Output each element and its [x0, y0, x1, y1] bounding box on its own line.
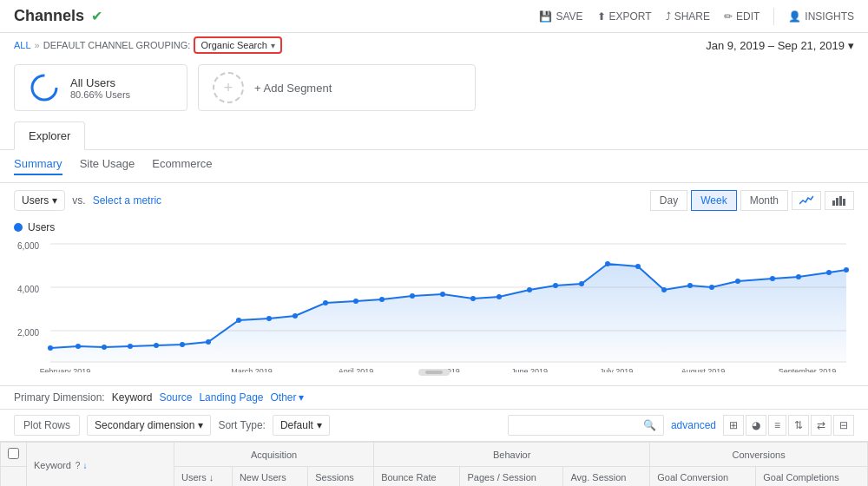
secondary-dimension-dropdown[interactable]: Secondary dimension ▾ [87, 415, 211, 436]
header-divider [773, 8, 774, 25]
svg-text:June 2019: June 2019 [511, 367, 548, 372]
primary-dim-label: Primary Dimension: [14, 391, 105, 404]
breadcrumb-group-label: DEFAULT CHANNEL GROUPING: [43, 40, 191, 50]
svg-rect-2 [836, 198, 838, 206]
table-view-pie[interactable]: ◕ [746, 415, 766, 436]
tab-bar: Explorer [14, 122, 854, 149]
primary-dim-source[interactable]: Source [159, 391, 192, 404]
edit-button[interactable]: ✏ EDIT [724, 10, 760, 23]
svg-text:April 2019: April 2019 [339, 367, 374, 372]
segment-info: All Users 80.66% Users [70, 76, 130, 100]
th-keyword: Keyword ? ↓ [27, 443, 174, 487]
svg-point-24 [353, 299, 358, 304]
sort-dropdown[interactable]: Default ▾ [273, 415, 330, 436]
th-new-users[interactable]: New Users [232, 467, 307, 487]
th-goal-conversion[interactable]: Goal Conversion [650, 467, 756, 487]
th-goal-completions[interactable]: Goal Completions [756, 467, 868, 487]
subtab-summary[interactable]: Summary [14, 157, 62, 175]
table-controls: Plot Rows Secondary dimension ▾ Sort Typ… [0, 409, 868, 442]
share-label: SHARE [674, 10, 710, 23]
plot-rows-button[interactable]: Plot Rows [14, 415, 80, 436]
search-input[interactable] [516, 419, 640, 431]
tabs-container: Explorer [0, 122, 868, 150]
sort-type-label: Sort Type: [218, 419, 265, 431]
table-view-lifetime[interactable]: ⊟ [833, 415, 854, 436]
th-pages-session[interactable]: Pages / Session [460, 467, 563, 487]
svg-point-37 [709, 285, 714, 290]
svg-point-23 [323, 300, 328, 305]
insights-button[interactable]: 👤 INSIGHTS [788, 10, 854, 23]
svg-text:4,000: 4,000 [17, 285, 39, 294]
search-icon: 🔍 [643, 419, 656, 431]
bar-chart-icon [832, 195, 846, 206]
channel-filter-dropdown[interactable]: Organic Search ▾ [194, 36, 281, 54]
save-icon: 💾 [539, 10, 552, 23]
verified-icon: ✔ [91, 8, 102, 24]
save-label: SAVE [556, 10, 582, 23]
primary-dim-keyword[interactable]: Keyword [112, 391, 153, 404]
time-btn-month[interactable]: Month [740, 190, 788, 211]
svg-point-36 [687, 283, 693, 288]
svg-point-30 [527, 287, 532, 292]
th-checkbox [1, 443, 27, 467]
breadcrumb-all[interactable]: ALL [14, 40, 31, 50]
time-btn-week[interactable]: Week [691, 190, 736, 211]
segment-label: All Users [70, 76, 130, 89]
page-title: Channels [14, 7, 84, 25]
add-icon: + [213, 72, 244, 103]
metric-dropdown[interactable]: Users ▾ [14, 190, 65, 211]
add-segment-label: + Add Segment [254, 82, 332, 95]
subtab-ecommerce[interactable]: Ecommerce [152, 157, 212, 175]
svg-point-16 [128, 344, 133, 349]
th-sessions[interactable]: Sessions [308, 467, 374, 487]
svg-point-13 [48, 345, 53, 351]
advanced-link[interactable]: advanced [671, 419, 716, 431]
time-btn-day[interactable]: Day [650, 190, 687, 211]
select-all-checkbox[interactable] [8, 448, 19, 459]
segments-row: All Users 80.66% Users + + Add Segment [0, 57, 868, 118]
bar-chart-btn[interactable] [825, 191, 854, 210]
table-view-comparison[interactable]: ⇅ [788, 415, 809, 436]
primary-dim-landing-page[interactable]: Landing Page [199, 391, 263, 404]
table-view-grid[interactable]: ⊞ [723, 415, 744, 436]
primary-dim-other[interactable]: Other ▾ [271, 391, 304, 404]
export-label: EXPORT [609, 10, 652, 23]
svg-text:February 2019: February 2019 [40, 367, 91, 372]
svg-point-33 [605, 261, 610, 266]
svg-point-26 [410, 293, 415, 299]
subtab-site-usage[interactable]: Site Usage [80, 157, 135, 175]
th-users[interactable]: Users ↓ [174, 467, 233, 487]
line-chart-btn[interactable] [792, 191, 821, 210]
line-chart: 6,000 4,000 2,000 [17, 233, 851, 372]
chevron-down-icon: ▾ [52, 194, 57, 207]
chevron-down-icon: ▾ [317, 419, 322, 431]
svg-point-18 [180, 342, 185, 347]
svg-point-34 [635, 264, 641, 269]
tab-explorer[interactable]: Explorer [14, 122, 85, 150]
add-segment-button[interactable]: + + Add Segment [198, 64, 476, 111]
svg-text:6,000: 6,000 [17, 241, 39, 251]
edit-label: EDIT [736, 10, 760, 23]
svg-point-22 [293, 313, 298, 319]
svg-text:July 2019: July 2019 [600, 367, 634, 372]
th-avg-session[interactable]: Avg. Session [563, 467, 650, 487]
primary-dimension-row: Primary Dimension: Keyword Source Landin… [0, 385, 868, 409]
table-view-buttons: ⊞ ◕ ≡ ⇅ ⇄ ⊟ [723, 415, 854, 436]
export-button[interactable]: ⬆ EXPORT [597, 10, 652, 23]
export-icon: ⬆ [597, 10, 606, 23]
select-metric-link[interactable]: Select a metric [93, 194, 161, 207]
share-icon: ⤴ [666, 10, 671, 23]
svg-point-31 [553, 283, 558, 288]
share-button[interactable]: ⤴ SHARE [666, 10, 710, 23]
date-range-selector[interactable]: Jan 9, 2019 – Sep 21, 2019 ▾ [706, 39, 854, 52]
segment-icon [29, 72, 60, 103]
table-view-performance[interactable]: ≡ [768, 415, 786, 436]
svg-rect-3 [839, 196, 842, 206]
table-view-pivot[interactable]: ⇄ [811, 415, 832, 436]
chevron-down-icon: ▾ [271, 41, 275, 50]
keyword-info-icon[interactable]: ? [76, 461, 81, 470]
th-bounce-rate[interactable]: Bounce Rate [374, 467, 460, 487]
svg-point-29 [496, 294, 502, 299]
save-button[interactable]: 💾 SAVE [539, 10, 582, 23]
breadcrumb-row: ALL » DEFAULT CHANNEL GROUPING: Organic … [0, 33, 868, 57]
